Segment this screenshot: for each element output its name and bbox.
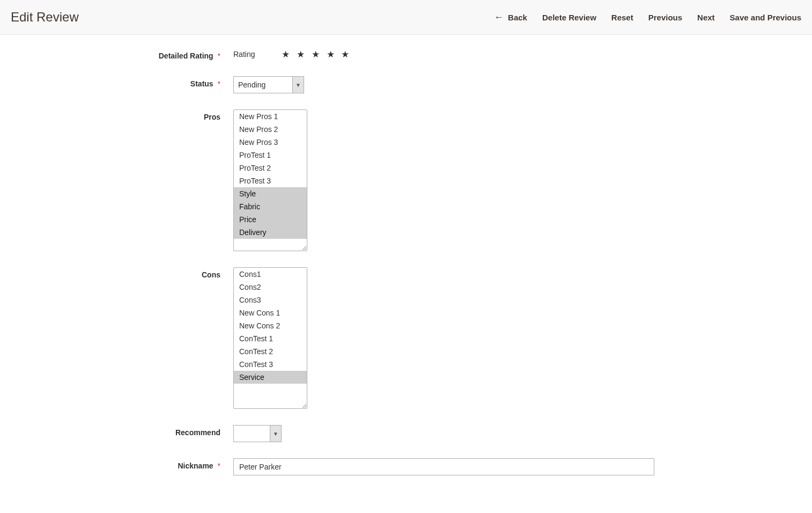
status-select[interactable]: Pending <box>233 76 292 93</box>
recommend-select-wrap: ▼ <box>233 425 282 442</box>
status-label: Status * <box>0 76 233 88</box>
pros-select-option[interactable]: ProTest 1 <box>234 149 307 162</box>
recommend-select[interactable] <box>233 425 270 442</box>
header-actions: ← Back Delete Review Reset Previous Next… <box>494 12 801 23</box>
cons-select-option[interactable]: ConTest 1 <box>234 332 307 345</box>
previous-button[interactable]: Previous <box>648 13 682 22</box>
pros-select-option[interactable]: ProTest 3 <box>234 174 307 187</box>
delete-review-button[interactable]: Delete Review <box>542 13 596 22</box>
nickname-label: Nickname * <box>0 458 233 470</box>
star-rating[interactable]: ★ ★ ★ ★ ★ <box>282 48 351 60</box>
arrow-left-icon: ← <box>494 12 504 23</box>
reset-button[interactable]: Reset <box>611 13 633 22</box>
row-status: Status * Pending ▼ <box>0 76 812 93</box>
page-title: Edit Review <box>11 10 79 25</box>
cons-select-option[interactable]: ConTest 3 <box>234 358 307 371</box>
pros-multiselect[interactable]: New Pros 1New Pros 2New Pros 3ProTest 1P… <box>233 109 307 251</box>
pros-select-option[interactable]: Price <box>234 213 307 226</box>
pros-select-option[interactable]: ProTest 2 <box>234 162 307 174</box>
nickname-input[interactable] <box>233 458 654 475</box>
row-detailed-rating: Detailed Rating * Rating ★ ★ ★ ★ ★ <box>0 48 812 60</box>
detailed-rating-label: Detailed Rating * <box>0 48 233 60</box>
chevron-down-icon[interactable]: ▼ <box>270 425 282 442</box>
pros-select-option[interactable]: Delivery <box>234 226 307 239</box>
pros-select-option[interactable]: New Pros 1 <box>234 110 307 123</box>
cons-select-option[interactable]: Service <box>234 371 307 384</box>
pros-select-option[interactable]: New Pros 3 <box>234 136 307 149</box>
back-button[interactable]: ← Back <box>494 12 527 23</box>
row-nickname: Nickname * <box>0 458 812 475</box>
pros-select-option[interactable]: Style <box>234 187 307 200</box>
status-select-wrap: Pending ▼ <box>233 76 304 93</box>
cons-select-option[interactable]: New Cons 2 <box>234 319 307 332</box>
next-button[interactable]: Next <box>697 13 715 22</box>
chevron-down-icon[interactable]: ▼ <box>292 76 304 93</box>
page-header: Edit Review ← Back Delete Review Reset P… <box>0 0 812 35</box>
save-and-previous-button[interactable]: Save and Previous <box>730 13 801 22</box>
row-pros: Pros New Pros 1New Pros 2New Pros 3ProTe… <box>0 109 812 251</box>
row-cons: Cons Cons1Cons2Cons3New Cons 1New Cons 2… <box>0 267 812 409</box>
cons-select-option[interactable]: Cons2 <box>234 281 307 294</box>
back-label: Back <box>508 13 527 22</box>
cons-select-option[interactable]: ConTest 2 <box>234 345 307 358</box>
pros-select-option[interactable]: Fabric <box>234 200 307 213</box>
cons-multiselect[interactable]: Cons1Cons2Cons3New Cons 1New Cons 2ConTe… <box>233 267 307 409</box>
pros-select-option[interactable]: New Pros 2 <box>234 123 307 136</box>
required-asterisk: * <box>218 461 220 470</box>
cons-label: Cons <box>0 267 233 279</box>
cons-select-option[interactable]: New Cons 1 <box>234 306 307 319</box>
row-recommend: Recommend ▼ <box>0 425 812 442</box>
pros-label: Pros <box>0 109 233 121</box>
required-asterisk: * <box>218 79 220 88</box>
required-asterisk: * <box>218 52 220 60</box>
cons-select-option[interactable]: Cons3 <box>234 294 307 306</box>
form-area: Detailed Rating * Rating ★ ★ ★ ★ ★ Statu… <box>0 35 812 508</box>
recommend-label: Recommend <box>0 425 233 437</box>
cons-select-option[interactable]: Cons1 <box>234 268 307 281</box>
rating-label: Rating <box>233 48 255 58</box>
